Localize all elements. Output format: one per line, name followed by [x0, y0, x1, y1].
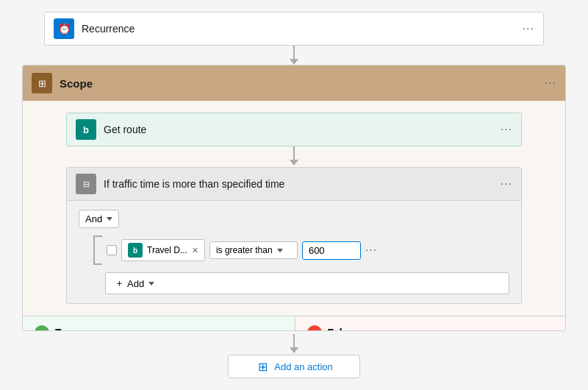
condition-title: If traffic time is more than specified t…: [104, 178, 493, 190]
condition-more-button[interactable]: ···: [501, 177, 512, 191]
false-section-header: ✕ False: [307, 325, 556, 331]
scope-header: ⊞ Scope ···: [23, 65, 565, 101]
get-route-block: b Get route ···: [66, 113, 522, 146]
value-input[interactable]: [302, 241, 361, 260]
true-section-title: True: [55, 327, 77, 331]
arrow-connector-2: [290, 146, 298, 167]
true-section-header: ✓ True: [35, 325, 283, 331]
false-section: ✕ False ⊞ Add an action: [295, 316, 567, 331]
condition-bracket: [93, 235, 102, 265]
recurrence-more-button[interactable]: ···: [523, 22, 534, 35]
true-badge: ✓: [35, 325, 49, 331]
condition-header: ⊟ If traffic time is more than specified…: [67, 168, 521, 201]
scope-container: ⊞ Scope ··· b Get route ··· ⊟ If traffic…: [22, 65, 566, 331]
arrow-connector-3: [290, 334, 298, 355]
condition-block: ⊟ If traffic time is more than specified…: [66, 167, 522, 304]
bottom-add-action-area: ⊞ Add an action: [228, 334, 360, 378]
recurrence-title: Recurrence: [82, 23, 515, 35]
scope-title: Scope: [60, 77, 537, 90]
bing-icon: b: [76, 119, 96, 140]
false-section-title: False: [328, 327, 354, 331]
operator-select[interactable]: is greater than: [209, 241, 298, 259]
and-label: And: [85, 213, 102, 224]
true-section: ✓ True O Send mail when traffic exceeds …: [23, 316, 295, 331]
bottom-add-action-icon: ⊞: [255, 359, 270, 374]
true-false-row: ✓ True O Send mail when traffic exceeds …: [23, 316, 566, 331]
bing-chip-icon: b: [128, 243, 143, 258]
travel-duration-chip: b Travel D... ✕: [121, 239, 205, 261]
and-select[interactable]: And: [79, 210, 119, 228]
operator-label: is greater than: [216, 245, 273, 255]
chip-label: Travel D...: [147, 245, 187, 255]
recurrence-icon: ⏰: [54, 18, 74, 39]
bottom-add-action-button[interactable]: ⊞ Add an action: [228, 355, 360, 378]
add-plus-icon: ＋: [115, 277, 124, 290]
scope-body: b Get route ··· ⊟ If traffic time is mor…: [23, 101, 565, 316]
false-badge: ✕: [307, 325, 322, 331]
add-label: Add: [127, 278, 144, 289]
condition-row: b Travel D... ✕ is greater than ···: [93, 235, 509, 265]
recurrence-block: ⏰ Recurrence ···: [44, 12, 544, 46]
and-row: And: [79, 210, 509, 228]
condition-row-more-button[interactable]: ···: [365, 244, 377, 257]
operator-chevron-icon: [277, 249, 283, 252]
get-route-more-button[interactable]: ···: [501, 123, 512, 136]
chip-close-button[interactable]: ✕: [192, 246, 198, 255]
condition-checkbox[interactable]: [107, 245, 117, 255]
bottom-add-action-label: Add an action: [274, 361, 333, 372]
condition-body: And b Travel D... ✕ is greater than: [67, 201, 521, 303]
and-chevron-icon: [107, 217, 112, 221]
add-condition-button[interactable]: ＋ Add: [105, 272, 509, 294]
scope-more-button[interactable]: ···: [545, 77, 556, 90]
arrow-connector-1: [290, 46, 298, 65]
condition-icon: ⊟: [76, 174, 96, 194]
get-route-title: Get route: [104, 124, 493, 135]
add-chevron-icon: [148, 282, 154, 286]
scope-icon: ⊞: [32, 73, 52, 93]
